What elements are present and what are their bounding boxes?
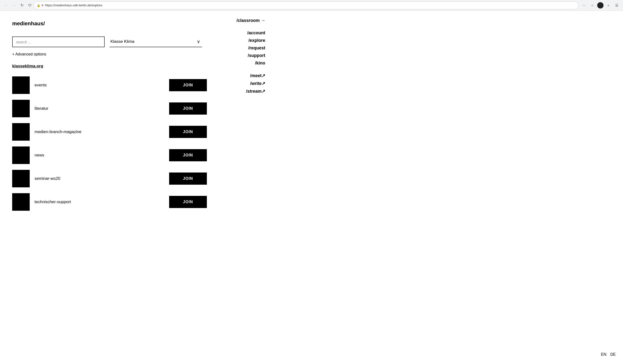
class-dropdown[interactable]: Klasse Klima ∨ (110, 37, 202, 47)
list-item: medien-branch-magazineJOIN (12, 120, 207, 144)
channel-icon (12, 193, 30, 211)
list-item: eventsJOIN (12, 73, 207, 97)
channel-icon (12, 170, 30, 187)
nav-item-classroom[interactable]: /classroom → (237, 18, 265, 23)
page-wrapper: medienhaus/ Klasse Klima ∨ + Advanced op… (0, 11, 623, 364)
channel-name: seminar-ws20 (35, 176, 169, 181)
channel-name: news (35, 153, 169, 158)
chevron-down-icon: ∨ (197, 39, 200, 44)
dropdown-selected-label: Klasse Klima (110, 39, 134, 44)
channel-icon (12, 123, 30, 141)
channel-icon (12, 100, 30, 117)
hamburger-menu-button[interactable]: ☰ (613, 2, 620, 9)
join-button[interactable]: JOIN (169, 103, 207, 115)
advanced-options-toggle[interactable]: + Advanced options (12, 52, 207, 56)
search-row: Klasse Klima ∨ (12, 37, 207, 47)
right-nav: /classroom → /account /explore /request … (219, 11, 272, 364)
reload-button[interactable]: ↻ (19, 2, 25, 9)
group-heading: klasseklima.org (12, 64, 207, 69)
nav-item-write[interactable]: /write↗ (250, 81, 265, 86)
join-button[interactable]: JOIN (169, 126, 207, 138)
profile-avatar[interactable] (597, 2, 603, 8)
channel-name: medien-branch-magazine (35, 129, 169, 134)
browser-nav-buttons: ← → ↻ (3, 2, 25, 9)
join-button[interactable]: JOIN (169, 196, 207, 208)
channel-name: literatur (35, 106, 169, 111)
lang-de-button[interactable]: DE (610, 352, 616, 357)
nav-item-stream[interactable]: /stream↗ (246, 88, 265, 94)
join-button[interactable]: JOIN (169, 79, 207, 91)
forward-button[interactable]: → (11, 2, 18, 9)
list-item: seminar-ws20JOIN (12, 167, 207, 190)
lang-en-button[interactable]: EN (601, 352, 606, 357)
lock-icon: 🔒 (37, 4, 40, 7)
address-bar[interactable]: 🔒 ⊕ (34, 1, 579, 9)
site-title: medienhaus/ (12, 21, 207, 27)
join-button[interactable]: JOIN (169, 149, 207, 161)
extend-button[interactable]: » (605, 2, 612, 9)
search-input[interactable] (12, 37, 105, 47)
list-item: newsJOIN (12, 144, 207, 167)
shield-icon: 🛡 (28, 3, 32, 7)
list-item: technischer-supportJOIN (12, 190, 207, 214)
address-bar-icons: 🔒 ⊕ (37, 4, 44, 7)
nav-item-kino[interactable]: /kino (255, 61, 265, 66)
language-switcher: EN DE (601, 352, 616, 357)
channel-list: eventsJOINliteraturJOINmedien-branch-mag… (12, 73, 207, 214)
list-item: literaturJOIN (12, 97, 207, 120)
more-button[interactable]: ⋯ (581, 2, 587, 9)
back-button[interactable]: ← (3, 2, 10, 9)
bookmark-button[interactable]: ☆ (589, 2, 596, 9)
nav-item-account[interactable]: /account (247, 30, 265, 36)
nav-item-support[interactable]: /support (248, 53, 265, 58)
nav-item-request[interactable]: /request (248, 45, 265, 51)
browser-chrome: ← → ↻ 🛡 🔒 ⊕ ⋯ ☆ » ☰ (0, 0, 623, 11)
tracking-icon: ⊕ (41, 4, 44, 7)
security-indicators: 🛡 (28, 3, 32, 7)
channel-icon (12, 76, 30, 94)
channel-name: events (35, 83, 169, 87)
nav-item-explore[interactable]: /explore (248, 38, 265, 43)
main-content: medienhaus/ Klasse Klima ∨ + Advanced op… (0, 11, 219, 364)
browser-right-controls: ⋯ ☆ » ☰ (581, 2, 620, 9)
url-input[interactable] (45, 3, 576, 7)
channel-name: technischer-support (35, 199, 169, 204)
nav-item-meet[interactable]: /meet↗ (250, 73, 265, 78)
join-button[interactable]: JOIN (169, 172, 207, 185)
channel-icon (12, 147, 30, 164)
